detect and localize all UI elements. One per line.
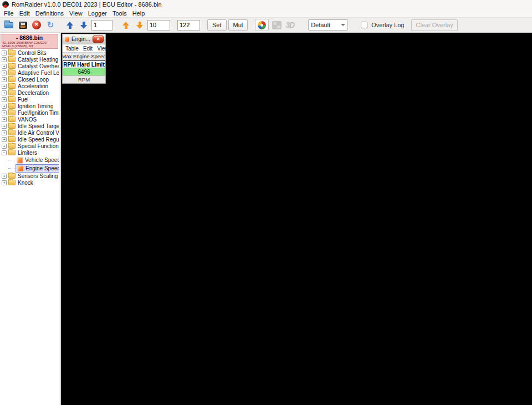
tree-item-knock[interactable]: +Knock [0,179,59,186]
expand-plus-icon[interactable]: + [2,144,7,149]
tree-item-special-functions[interactable]: +Special Functions/Thre [0,143,59,149]
expand-plus-icon[interactable]: + [2,97,7,102]
folder-icon [8,173,16,179]
refresh-button[interactable]: ↻ [44,19,57,31]
tree-item-vehicle-speed-limiter[interactable]: Vehicle Speed Lim [0,156,59,164]
table-1d-icon [17,157,23,164]
folder-icon [8,63,16,69]
tree-item-catalyst-heating[interactable]: +Catalyst Heating [0,56,59,63]
close-rom-button[interactable]: ✕ [30,19,43,31]
tree-leaf-wrap-selected: Engine Speed Limi [16,164,59,173]
tree-item-deceleration[interactable]: +Deceleration [0,89,59,96]
overlay-log-checkbox[interactable] [361,22,367,28]
save-rom-button[interactable] [17,19,29,31]
overlay-image-button [270,19,283,31]
tree-item-label: Knock [18,180,33,186]
3d-view-button: 3D [284,21,295,29]
folder-icon [8,97,16,102]
tree-item-sensors-scaling[interactable]: +Sensors Scaling [0,173,59,179]
tree-item-engine-speed-limiter[interactable]: Engine Speed Limi [0,164,59,173]
tree-item-idle-air-control-valve[interactable]: +Idle Air Control Valve [0,129,59,136]
scale-dropdown[interactable]: Default [308,19,348,31]
increment-fine-button[interactable] [120,19,132,31]
expand-plus-icon[interactable]: + [2,84,7,89]
blue-up-arrow-icon [66,21,74,29]
tree-item-label: Adaptive Fuel Learning [18,70,59,76]
table-menu-edit[interactable]: Edit [81,45,95,52]
menu-edit[interactable]: Edit [17,10,33,17]
tree-item-label: Idle Speed Target [18,123,59,129]
tree-item-label: Special Functions/Thre [18,143,59,149]
decrement-coarse-button[interactable] [78,19,90,31]
expand-plus-icon[interactable]: + [2,90,7,95]
table-menu-view[interactable]: View [95,45,111,52]
folder-icon [8,77,16,82]
color-scale-button[interactable] [255,19,269,31]
open-rom-button[interactable] [3,19,15,31]
rom-description-line2: MS41.0 (256KB), MT [2,44,57,48]
tree-item-limiters[interactable]: −Limiters [0,149,59,156]
expand-plus-icon[interactable]: + [2,130,7,135]
tree-item-fuel-ignition-timing[interactable]: +Fuel/Ignition Timing - A [0,109,59,116]
increment-coarse-button[interactable] [64,19,76,31]
table-window-menubar: Table Edit View [63,44,105,53]
expand-plus-icon[interactable]: + [2,64,7,69]
tree-item-label: Closed Loop [18,77,49,83]
table-value-cell[interactable]: 6496 [63,68,105,75]
tree-item-acceleration[interactable]: +Acceleration [0,83,59,89]
expand-plus-icon[interactable]: + [2,117,7,122]
main-content: - 8686.bin 41, 1996-1998 BMW E36/E39 MS4… [0,33,532,405]
menu-file[interactable]: File [1,10,17,17]
menu-bar: File Edit Definitions View Logger Tools … [0,9,532,17]
expand-plus-icon[interactable]: + [2,50,7,55]
tree-item-label: Fuel/Ignition Timing - A [18,110,59,116]
tree-item-catalyst-overheating[interactable]: +Catalyst Overheating P [0,63,59,69]
tree-item-ignition-timing[interactable]: +Ignition Timing [0,103,59,109]
tree-item-idle-speed-regulation[interactable]: +Idle Speed Regulation [0,136,59,143]
set-button[interactable]: Set [207,19,227,31]
folder-icon [8,57,16,62]
expand-plus-icon[interactable]: + [2,137,7,142]
expand-plus-icon[interactable]: + [2,70,7,75]
folder-icon [8,110,16,115]
menu-help[interactable]: Help [130,10,148,17]
menu-definitions[interactable]: Definitions [33,10,66,17]
menu-view[interactable]: View [66,10,85,17]
expand-plus-icon[interactable]: + [2,57,7,62]
expand-plus-icon[interactable]: + [2,77,7,82]
table-1d-icon [64,37,70,42]
tree-item-control-bits[interactable]: +Control Bits [0,49,59,56]
coarse-increment-input[interactable] [91,20,112,31]
mul-button[interactable]: Mul [228,19,248,31]
table-window-titlebar[interactable]: Engin... ✕ [63,34,105,44]
expand-plus-icon[interactable]: + [2,104,7,109]
clear-overlay-button: Clear Overlay [411,19,457,31]
mdi-desktop: Engin... ✕ Table Edit View Max Engine Sp… [61,33,532,405]
table-menu-table[interactable]: Table [63,45,81,52]
decrement-fine-button[interactable] [134,19,146,31]
tree-item-adaptive-fuel-learning[interactable]: +Adaptive Fuel Learning [0,69,59,76]
table-window-close-button[interactable]: ✕ [93,36,104,43]
menu-logger[interactable]: Logger [85,10,110,17]
expand-plus-icon[interactable]: + [2,110,7,115]
tree-root-node[interactable]: - 8686.bin 41, 1996-1998 BMW E36/E39 MS4… [1,34,58,49]
table-window-engine-speed[interactable]: Engin... ✕ Table Edit View Max Engine Sp… [62,34,106,84]
tree-item-label: Vehicle Speed Lim [25,157,59,163]
tree-item-fuel[interactable]: +Fuel [0,96,59,103]
tree-item-idle-speed-target[interactable]: +Idle Speed Target [0,123,59,129]
tree-leaf-wrap: Vehicle Speed Lim [16,156,59,164]
tree-item-label: Idle Air Control Valve [18,130,59,136]
romraider-logo-icon [2,1,9,8]
expand-plus-icon[interactable]: + [2,180,7,185]
collapse-minus-icon[interactable]: − [2,150,7,155]
fine-increment-input[interactable] [147,20,170,31]
set-value-input[interactable] [177,20,200,31]
tree-item-closed-loop[interactable]: +Closed Loop [0,76,59,83]
folder-icon [8,90,16,95]
menu-tools[interactable]: Tools [110,10,130,17]
tree-item-label: Catalyst Overheating P [18,63,59,69]
tree-item-label: Limiters [18,150,37,156]
tree-item-vanos[interactable]: +VANOS [0,116,59,123]
expand-plus-icon[interactable]: + [2,124,7,129]
expand-plus-icon[interactable]: + [2,174,7,179]
